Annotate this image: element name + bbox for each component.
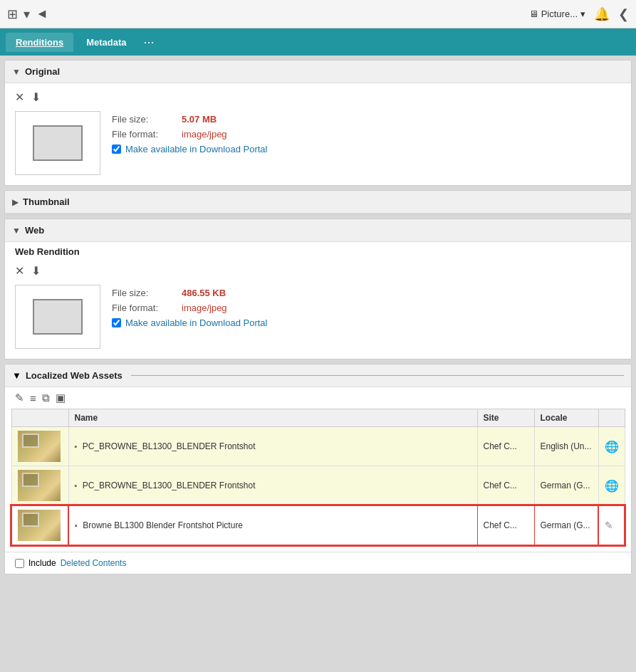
web-action-icons: ✕ ⬇ [15,264,621,278]
lwa-edit-icon[interactable]: ✎ [15,392,24,404]
lwa-row1-globe-icon[interactable]: 🌐 [605,441,619,453]
web-panel: ▼ Web Web Rendition ✕ ⬇ File size: 486.5… [4,219,632,359]
original-file-info: File size: 5.07 MB File format: image/jp… [112,111,267,154]
original-delete-icon[interactable]: ✕ [15,90,24,104]
original-filesize-value: 5.07 MB [182,114,217,125]
tab-metadata[interactable]: Metadata [76,33,136,52]
web-format-label: File format: [112,303,176,313]
original-filesize-label: File size: [112,114,176,125]
thumbnail-chevron-icon: ▶ [12,197,19,207]
lwa-row2-type-icon: ▪ [75,481,78,490]
original-download-portal-label[interactable]: Make available in Download Portal [125,144,267,154]
tab-bar: Renditions Metadata ··· [0,28,636,56]
lwa-row2-thumb [18,470,61,501]
lwa-col-thumb [11,409,68,427]
top-bar-right: 🖥 Picture... ▾ 🔔 ❮ [529,6,629,22]
lwa-row1-site: Chef C... [477,427,534,466]
lwa-header[interactable]: ▼ Localized Web Assets [5,364,631,387]
original-rendition-row: File size: 5.07 MB File format: image/jp… [15,111,621,175]
web-download-portal-checkbox[interactable] [112,318,121,327]
lwa-row1-thumb-cell [11,427,68,466]
deleted-contents-link[interactable]: Deleted Contents [61,558,127,568]
lwa-row3-locale: German (G... [534,505,598,545]
lwa-table-row[interactable]: ▪ PC_BROWNE_BL1300_BLENDER Frontshot Che… [11,427,625,466]
include-deleted-checkbox[interactable] [15,559,24,568]
include-deleted-text: Include [28,558,56,568]
dropdown-icon[interactable]: ▾ [24,6,30,22]
lwa-copy-icon[interactable]: ⧉ [42,392,50,404]
back-button[interactable]: ◄ [36,6,48,21]
original-format-label: File format: [112,129,176,140]
web-body: ✕ ⬇ File size: 486.55 KB File format: im… [5,257,631,359]
web-thumbnail [15,285,100,349]
lwa-row2-globe-icon[interactable]: 🌐 [605,480,619,492]
lwa-col-locale: Locale [534,409,598,427]
web-title: Web [25,225,44,236]
picture-label: 🖥 Picture... ▾ [529,9,585,19]
web-filesize-row: File size: 486.55 KB [112,288,267,298]
original-thumbnail [15,111,100,175]
picture-chevron[interactable]: ▾ [580,9,585,19]
original-filesize-row: File size: 5.07 MB [112,114,267,125]
lwa-row1-thumb [18,431,61,462]
lwa-table-row-selected[interactable]: ▪ Browne BL1300 Blender Frontshot Pictur… [11,505,625,545]
lwa-row1-name-text: PC_BROWNE_BL1300_BLENDER Frontshot [83,441,256,451]
lwa-row2-locale: German (G... [534,466,598,506]
lwa-table: Name Site Locale ▪ PC_BROWNE_B [11,409,625,546]
lwa-row3-edit-icon[interactable]: ✎ [605,520,613,531]
bell-icon[interactable]: 🔔 [594,6,610,22]
lwa-row3-thumb [18,510,61,541]
web-format-value: image/jpeg [182,303,227,313]
web-thumb-inner [33,299,83,335]
original-thumb-inner [33,125,83,161]
page-number-icon[interactable]: ⊞ [7,6,18,22]
lwa-title: Localized Web Assets [26,370,122,381]
lwa-row2-name-text: PC_BROWNE_BL1300_BLENDER Frontshot [83,481,256,490]
top-bar-left: ⊞ ▾ ◄ [7,6,48,22]
original-chevron-icon: ▼ [12,67,21,77]
web-download-icon[interactable]: ⬇ [31,264,41,278]
lwa-row1-globe-cell: 🌐 [598,427,625,466]
thumbnail-panel: ▶ Thumbnail [4,190,632,214]
original-download-portal-row: Make available in Download Portal [112,144,267,154]
close-back-icon[interactable]: ❮ [618,6,629,22]
lwa-table-container: Name Site Locale ▪ PC_BROWNE_B [5,409,631,552]
original-header[interactable]: ▼ Original [5,61,631,83]
picture-text: Picture... [541,9,578,19]
lwa-row3-edit-cell: ✎ [598,505,625,545]
web-download-portal-row: Make available in Download Portal [112,317,267,328]
lwa-row3-type-icon: ▪ [75,521,78,530]
lwa-row2-thumb-cell [11,466,68,506]
original-body: ✕ ⬇ File size: 5.07 MB File format: imag… [5,83,631,185]
lwa-row3-name-text: Browne BL1300 Blender Frontshot Picture [83,520,243,530]
lwa-col-action [598,409,625,427]
web-format-row: File format: image/jpeg [112,303,267,313]
lwa-row2-name: ▪ PC_BROWNE_BL1300_BLENDER Frontshot [68,466,477,506]
lwa-table-row[interactable]: ▪ PC_BROWNE_BL1300_BLENDER Frontshot Che… [11,466,625,506]
tab-renditions[interactable]: Renditions [6,33,73,52]
original-title: Original [25,66,60,77]
lwa-row3-site: Chef C... [477,505,534,545]
monitor-icon: 🖥 [529,9,538,19]
web-header[interactable]: ▼ Web [5,219,631,242]
thumbnail-title: Thumbnail [23,196,70,207]
lwa-row2-globe-cell: 🌐 [598,466,625,506]
lwa-col-site: Site [477,409,534,427]
tab-more[interactable]: ··· [140,32,159,53]
web-file-info: File size: 486.55 KB File format: image/… [112,285,267,328]
web-download-portal-label[interactable]: Make available in Download Portal [125,317,267,328]
lwa-row3-thumb-cell [11,505,68,545]
original-download-icon[interactable]: ⬇ [31,90,41,104]
web-filesize-value: 486.55 KB [182,288,226,298]
original-format-value: image/jpeg [182,129,227,140]
lwa-screen-icon[interactable]: ▣ [56,392,66,404]
original-download-portal-checkbox[interactable] [112,145,121,154]
thumbnail-header[interactable]: ▶ Thumbnail [5,191,631,214]
lwa-bars-icon[interactable]: ≡ [30,392,36,404]
web-rendition-row: File size: 486.55 KB File format: image/… [15,285,621,349]
lwa-table-header-row: Name Site Locale [11,409,625,427]
lwa-row1-locale: English (Un... [534,427,598,466]
lwa-toolbar: ✎ ≡ ⧉ ▣ [5,387,631,409]
web-delete-icon[interactable]: ✕ [15,264,24,278]
original-panel: ▼ Original ✕ ⬇ File size: 5.07 MB File f [4,60,632,186]
